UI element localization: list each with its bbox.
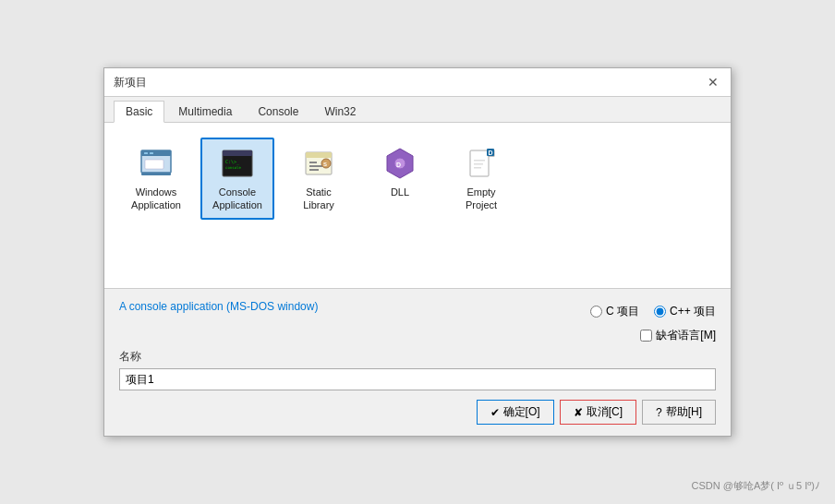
ok-checkmark-icon: ✔ (490, 406, 500, 419)
project-item-empty[interactable]: D Empty Project (444, 138, 518, 220)
svg-rect-4 (145, 160, 163, 169)
svg-rect-11 (306, 152, 332, 158)
svg-rect-25 (474, 167, 481, 169)
svg-rect-5 (141, 173, 171, 175)
project-type-grid: WindowsApplication C:\>_ console Console… (104, 123, 731, 289)
static-library-label: Static Library (289, 186, 348, 212)
name-label: 名称 (119, 349, 716, 365)
bottom-panel: A console application (MS-DOS window) C … (104, 289, 731, 436)
default-language-input[interactable] (640, 330, 652, 342)
svg-rect-13 (309, 165, 322, 167)
new-project-dialog: 新项目 ✕ Basic Multimedia Console Win32 Win… (103, 67, 732, 437)
svg-text:console: console (225, 165, 241, 170)
windows-application-label: WindowsApplication (131, 186, 181, 212)
static-library-icon: S (300, 145, 337, 182)
radio-cpp-input[interactable] (654, 306, 666, 318)
project-item-dll[interactable]: D DLL (363, 138, 437, 220)
default-language-checkbox[interactable]: 缺省语言[M] (640, 328, 716, 343)
tab-basic[interactable]: Basic (114, 101, 164, 123)
button-row: ✔ 确定[O] ✘ 取消[C] ? 帮助[H] (119, 400, 716, 425)
dialog-title: 新项目 (114, 75, 147, 90)
language-radio-group: C 项目 C++ 项目 (590, 304, 716, 319)
svg-rect-7 (223, 150, 252, 156)
radio-c[interactable]: C 项目 (590, 304, 639, 319)
svg-rect-2 (144, 152, 148, 154)
svg-rect-23 (474, 160, 485, 162)
svg-rect-3 (150, 152, 153, 154)
tabs-container: Basic Multimedia Console Win32 (104, 97, 731, 123)
project-item-console[interactable]: C:\>_ console ConsoleApplication (200, 138, 274, 220)
empty-project-icon: D (463, 145, 500, 182)
radio-cpp[interactable]: C++ 项目 (654, 304, 716, 319)
project-item-windows[interactable]: WindowsApplication (119, 138, 193, 220)
default-language-label: 缺省语言[M] (656, 328, 716, 343)
project-description: A console application (MS-DOS window) (119, 300, 318, 313)
svg-rect-14 (309, 169, 319, 171)
svg-text:S: S (323, 162, 327, 167)
name-field-group: 名称 (119, 349, 716, 390)
console-application-label: ConsoleApplication (212, 186, 262, 212)
empty-project-label: Empty Project (452, 186, 511, 212)
svg-text:C:\>_: C:\>_ (225, 159, 240, 165)
dll-icon: D (381, 145, 418, 182)
svg-rect-24 (474, 163, 483, 165)
close-button[interactable]: ✕ (705, 74, 721, 90)
tab-win32[interactable]: Win32 (312, 101, 368, 122)
tab-multimedia[interactable]: Multimedia (166, 101, 244, 122)
cancel-label: 取消[C] (587, 404, 623, 420)
ok-button[interactable]: ✔ 确定[O] (477, 400, 554, 425)
help-icon: ? (656, 406, 662, 419)
project-item-static[interactable]: S Static Library (282, 138, 356, 220)
windows-application-icon (138, 145, 175, 182)
watermark: CSDN @够呛A梦( Iº ｕ5 Iº)ﾉ (692, 479, 821, 493)
svg-rect-12 (309, 162, 317, 163)
cancel-button[interactable]: ✘ 取消[C] (560, 400, 636, 425)
tab-console[interactable]: Console (246, 101, 310, 122)
help-label: 帮助[H] (666, 404, 702, 420)
radio-c-label: C 项目 (606, 304, 639, 319)
ok-label: 确定[O] (503, 404, 540, 420)
options-row: A console application (MS-DOS window) C … (119, 300, 716, 322)
console-application-icon: C:\>_ console (219, 145, 256, 182)
title-bar: 新项目 ✕ (104, 68, 731, 97)
svg-text:D: D (396, 162, 401, 168)
svg-text:D: D (489, 150, 493, 156)
radio-cpp-label: C++ 项目 (670, 304, 716, 319)
cancel-x-icon: ✘ (574, 406, 583, 419)
help-button[interactable]: ? 帮助[H] (642, 400, 716, 425)
dll-label: DLL (391, 186, 409, 198)
radio-c-input[interactable] (590, 306, 602, 318)
project-name-input[interactable] (119, 368, 716, 390)
